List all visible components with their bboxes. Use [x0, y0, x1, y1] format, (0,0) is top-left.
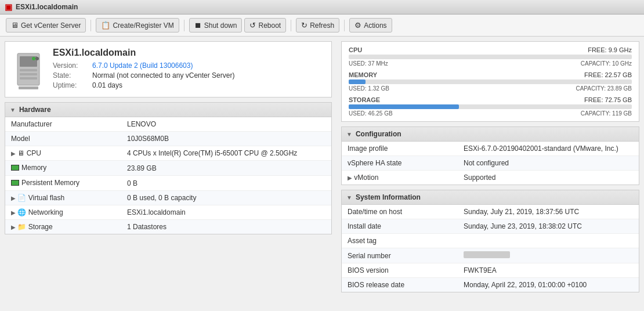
create-register-label: Create/Register VM	[113, 21, 173, 30]
svg-rect-7	[19, 86, 38, 89]
hw-cpu-label: ▶ 🖥 CPU	[5, 146, 121, 161]
hw-vflash-value: 0 B used, 0 B capacity	[121, 191, 331, 205]
cpu-capacity: CAPACITY: 10 GHz	[581, 60, 632, 67]
hw-manufacturer-label: Manufacturer	[5, 117, 121, 132]
cpu-label: CPU	[349, 46, 362, 53]
version-label: Version:	[53, 62, 88, 70]
hw-memory-label: Memory	[5, 161, 121, 176]
si-serial-label: Serial number	[342, 248, 458, 263]
refresh-button[interactable]: ↻ Refresh	[296, 18, 339, 32]
memory-icon	[11, 165, 19, 171]
server-illustration	[13, 50, 45, 91]
version-row: Version: 6.7.0 Update 2 (Build 13006603)	[53, 62, 325, 70]
config-image-value: ESXi-6.7.0-20190402001-standard (VMware,…	[458, 142, 639, 156]
storage-free: FREE: 72.75 GB	[584, 96, 632, 103]
hw-pmem-label: Persistent Memory	[5, 176, 121, 191]
hw-pmem-value: 0 B	[121, 176, 331, 191]
pmem-icon	[11, 180, 19, 186]
storage-header: STORAGE FREE: 72.75 GB	[349, 96, 632, 103]
left-panel: ESXi1.localdomain Version: 6.7.0 Update …	[0, 37, 337, 298]
table-row: Manufacturer LENOVO	[5, 117, 331, 132]
cpu-used: USED: 37 MHz	[349, 60, 388, 67]
system-info-header: ▼ System Information	[342, 190, 639, 205]
table-row: Serial number	[342, 248, 639, 263]
table-row: BIOS version FWKT9EA	[342, 263, 639, 278]
storage-expand-arrow: ▶	[11, 224, 16, 230]
table-row[interactable]: ▶ 📄 Virtual flash 0 B used, 0 B capacity	[5, 191, 331, 205]
hw-memory-value: 23.89 GB	[121, 161, 331, 176]
refresh-label: Refresh	[310, 21, 334, 30]
table-row[interactable]: ▶ 📁 Storage 1 Datastores	[5, 220, 331, 234]
get-vcenter-button[interactable]: 🖥 Get vCenter Server	[6, 18, 86, 32]
get-vcenter-label: Get vCenter Server	[21, 21, 81, 30]
configuration-header: ▼ Configuration	[342, 127, 639, 142]
table-row: Persistent Memory 0 B	[5, 176, 331, 191]
networking-icon: 🌐	[17, 208, 26, 216]
cpu-row-icon: 🖥	[17, 149, 24, 157]
hw-manufacturer-value: LENOVO	[121, 117, 331, 132]
cpu-bar-container	[349, 55, 632, 59]
memory-label: MEMORY	[349, 71, 377, 78]
sysinfo-arrow: ▼	[346, 194, 352, 201]
hw-networking-value: ESXi1.localdomain	[121, 205, 331, 220]
cpu-footer: USED: 37 MHz CAPACITY: 10 GHz	[349, 60, 632, 67]
shut-down-label: Shut down	[204, 21, 237, 30]
memory-bar-container	[349, 79, 632, 84]
table-row: Model 10J0S68M0B	[5, 132, 331, 146]
reboot-button[interactable]: ↺ Reboot	[244, 18, 286, 32]
reboot-icon: ↺	[249, 21, 256, 30]
cpu-header: CPU FREE: 9.9 GHz	[349, 46, 632, 53]
memory-header: MEMORY FREE: 22.57 GB	[349, 71, 632, 78]
hardware-header: ▼ Hardware	[5, 103, 331, 117]
version-value: 6.7.0 Update 2 (Build 13006603)	[92, 62, 193, 70]
config-image-label: Image profile	[342, 142, 458, 156]
hardware-arrow: ▼	[10, 107, 16, 113]
serial-redacted	[464, 251, 510, 258]
si-serial-value	[458, 248, 639, 263]
configuration-title: Configuration	[356, 130, 401, 138]
hardware-title: Hardware	[19, 106, 51, 114]
get-vcenter-icon: 🖥	[11, 21, 19, 30]
configuration-table: Image profile ESXi-6.7.0-20190402001-sta…	[342, 142, 639, 185]
memory-footer: USED: 1.32 GB CAPACITY: 23.89 GB	[349, 85, 632, 92]
app-icon: ▣	[5, 2, 12, 12]
shut-down-button[interactable]: ⏹ Shut down	[189, 18, 243, 32]
vmotion-expand-arrow: ▶	[348, 175, 352, 181]
resource-meters: CPU FREE: 9.9 GHz USED: 37 MHz CAPACITY:…	[341, 41, 639, 122]
networking-expand-arrow: ▶	[11, 209, 16, 216]
state-row: State: Normal (not connected to any vCen…	[53, 71, 325, 79]
actions-icon: ⚙	[354, 21, 361, 30]
state-label: State:	[53, 71, 88, 79]
state-value: Normal (not connected to any vCenter Ser…	[92, 71, 234, 79]
actions-button[interactable]: ⚙ Actions	[349, 18, 392, 32]
storage-bar	[349, 104, 459, 109]
table-row: vSphere HA state Not configured	[342, 156, 639, 171]
config-vmotion-label: ▶ vMotion	[342, 171, 458, 185]
vflash-expand-arrow: ▶	[11, 195, 16, 201]
config-vmotion-value: Supported	[458, 171, 639, 185]
hw-model-label: Model	[5, 132, 121, 146]
uptime-row: Uptime: 0.01 days	[53, 81, 325, 89]
table-row[interactable]: ▶ 🌐 Networking ESXi1.localdomain	[5, 205, 331, 220]
si-datetime-value: Sunday, July 21, 2019, 18:37:56 UTC	[458, 205, 639, 219]
hardware-panel: ▼ Hardware Manufacturer LENOVO Model 10J…	[5, 102, 332, 234]
si-bios-label: BIOS version	[342, 263, 458, 278]
hw-cpu-value: 4 CPUs x Intel(R) Core(TM) i5-6500T CPU …	[121, 146, 331, 161]
storage-icon: 📁	[17, 223, 26, 231]
cpu-free: FREE: 9.9 GHz	[588, 46, 632, 53]
config-ha-label: vSphere HA state	[342, 156, 458, 171]
si-installdate-value: Sunday, June 23, 2019, 18:38:02 UTC	[458, 219, 639, 234]
memory-resource: MEMORY FREE: 22.57 GB USED: 1.32 GB CAPA…	[349, 71, 632, 92]
host-name: ESXi1.localdomain	[53, 48, 325, 58]
si-datetime-label: Date/time on host	[342, 205, 458, 219]
hardware-table: Manufacturer LENOVO Model 10J0S68M0B ▶ 🖥…	[5, 117, 331, 234]
actions-label: Actions	[364, 21, 386, 30]
table-row: Asset tag	[342, 234, 639, 248]
storage-used: USED: 46.25 GB	[349, 110, 393, 117]
create-register-button[interactable]: 📋 Create/Register VM	[96, 18, 179, 32]
uptime-label: Uptime:	[53, 81, 88, 89]
table-row[interactable]: ▶ 🖥 CPU 4 CPUs x Intel(R) Core(TM) i5-65…	[5, 146, 331, 161]
svg-rect-4	[20, 77, 37, 79]
shut-down-icon: ⏹	[194, 21, 202, 30]
table-row[interactable]: ▶ vMotion Supported	[342, 171, 639, 185]
